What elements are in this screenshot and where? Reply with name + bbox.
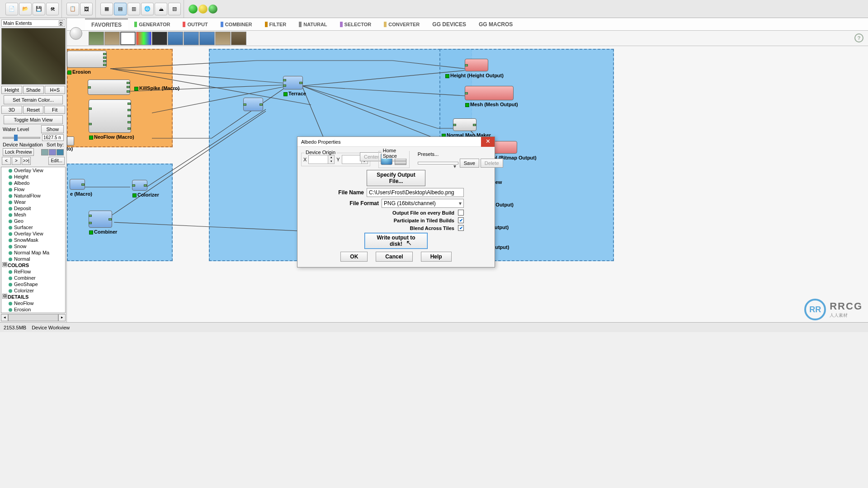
node[interactable] [243,98,263,111]
hs-button[interactable]: H+S [45,86,65,94]
nav-first-button[interactable]: < [2,157,11,165]
tab-filter[interactable]: FILTER [259,19,293,30]
tree-item[interactable]: Colorizer [1,287,65,294]
blend-tiles-checkbox[interactable]: ✔ [458,225,464,231]
tb-grid2-icon[interactable]: ▤ [114,3,127,15]
tree-item[interactable]: ReFlow [1,268,65,275]
node[interactable]: Terrace [283,76,303,89]
tree-item[interactable]: Flow [1,186,65,192]
close-icon[interactable]: ✕ [481,137,495,147]
water-level-input[interactable] [42,134,64,141]
water-level-slider[interactable] [3,137,40,139]
tree-item[interactable]: NeoFlow [1,300,65,306]
tree-item[interactable]: Erosion [1,306,65,313]
tb-tool-icon[interactable]: 🛠 [46,3,59,15]
tb-grid1-icon[interactable]: ▦ [100,3,113,15]
tab-gg-macros[interactable]: GG MACROS [472,19,519,30]
extents-select[interactable]: Main Extents ▴▾ [1,19,65,27]
reset-button[interactable]: Reset [23,106,44,114]
tree-item[interactable]: Deposit [1,205,65,211]
tab-converter[interactable]: CONVERTER [377,19,426,30]
node[interactable]: KillSpike (Macro) [88,80,130,95]
help-button[interactable]: Help [421,252,452,262]
show-button[interactable]: Show [41,125,64,133]
output-every-build-checkbox[interactable] [458,210,464,216]
palette-item[interactable] [136,32,151,45]
palette-item[interactable] [184,32,199,45]
node[interactable]: e (Macro) [70,179,85,190]
tree-item[interactable]: Combiner [1,275,65,281]
lock-preview-button[interactable]: Lock Preview [3,148,34,156]
tab-gg-devices[interactable]: GG DEVICES [426,19,472,30]
workview[interactable]: FAVORITES GENERATOR OUTPUT COMBINER FILT… [67,18,868,322]
globe-icon[interactable] [70,27,82,40]
tab-favorites[interactable]: FAVORITES [85,19,128,30]
toggle-main-view-button[interactable]: Toggle Main View [4,115,63,124]
node-output[interactable]: Height (Height Output) [465,59,488,71]
help-icon[interactable]: ? [854,33,863,42]
tb-terrain-icon[interactable]: ⛰ [155,3,167,15]
tree-item[interactable]: Surfacer [1,224,65,230]
tree-scrollbar[interactable]: ◂▸ [1,314,66,321]
palette-item[interactable] [199,32,215,45]
shade-button[interactable]: Shade [23,86,44,94]
edit-button[interactable]: Edit... [48,157,65,165]
status-ball-green-icon[interactable] [189,5,198,14]
sort-mode-3-icon[interactable] [57,149,64,155]
node[interactable]: Erosion [67,51,107,68]
node[interactable]: NeoFlow (Macro) [89,99,131,133]
set-terrain-color-button[interactable]: Set Terrain Color... [4,95,63,104]
nav-next-button[interactable]: >>| [22,157,31,165]
write-output-button[interactable]: Write output to disk! [364,233,428,249]
tree-item[interactable]: Overlay View [1,230,65,237]
x-input[interactable]: ▴▾ [308,155,335,164]
tree-item[interactable]: Height [1,174,65,180]
tb-texture-icon[interactable]: ▧ [168,3,181,15]
palette-item[interactable] [104,32,120,45]
tb-save-icon[interactable]: 💾 [33,3,45,15]
3d-button[interactable]: 3D [1,106,22,114]
status-ball-green2-icon[interactable] [208,5,217,14]
palette-item[interactable] [168,32,183,45]
tree-item[interactable]: SnowMask [1,237,65,243]
specify-output-button[interactable]: Specify Output File... [367,170,425,186]
save-preset-button[interactable]: Save [460,159,479,168]
tb-new-icon[interactable]: 📄 [5,3,18,15]
tree-item[interactable]: GeoShape [1,281,65,287]
node-output[interactable]: Mesh (Mesh Output) [465,86,514,100]
tb-doc-icon[interactable]: 📋 [66,3,79,15]
presets-select[interactable] [418,162,458,164]
status-ball-yellow-icon[interactable] [198,5,208,14]
node[interactable]: Normal Map Maker [453,118,476,131]
nav-prev-button[interactable]: > [12,157,21,165]
height-button[interactable]: Height [1,86,22,94]
tree-item[interactable]: Normal Map Ma [1,249,65,256]
tree-item[interactable]: Albedo [1,180,65,186]
file-name-input[interactable] [367,188,464,197]
delete-preset-button[interactable]: Delete [481,159,503,168]
cancel-button[interactable]: Cancel [376,252,412,262]
dialog-titlebar[interactable]: Albedo Properties ✕ [297,137,495,147]
tree-item[interactable]: Geo [1,218,65,224]
tree-header-colors[interactable]: COLORS [1,262,65,268]
node[interactable]: to) [67,136,74,145]
tb-grid3-icon[interactable]: ▥ [127,3,140,15]
tab-natural[interactable]: NATURAL [292,19,333,30]
palette-item[interactable] [152,32,167,45]
tree-item[interactable]: Wear [1,199,65,205]
tree-item[interactable]: Snow [1,243,65,249]
tb-globe-icon[interactable]: 🌐 [141,3,154,15]
tab-combiner[interactable]: COMBINER [214,19,259,30]
node[interactable]: Combiner [89,211,112,228]
tree-item[interactable]: Normal [1,256,65,262]
sort-mode-1-icon[interactable] [41,149,48,155]
palette-item[interactable] [120,32,136,45]
fit-button[interactable]: Fit [44,106,65,114]
participate-tiled-checkbox[interactable]: ✔ [458,217,464,223]
device-tree[interactable]: Overlay ViewHeightAlbedoFlowNaturalFlowW… [1,167,66,313]
ok-button[interactable]: OK [340,252,368,262]
tree-item[interactable]: Mesh [1,211,65,218]
tb-open-icon[interactable]: 📂 [19,3,32,15]
palette-item[interactable] [89,32,104,45]
tree-header-details[interactable]: DETAILS [1,294,65,300]
